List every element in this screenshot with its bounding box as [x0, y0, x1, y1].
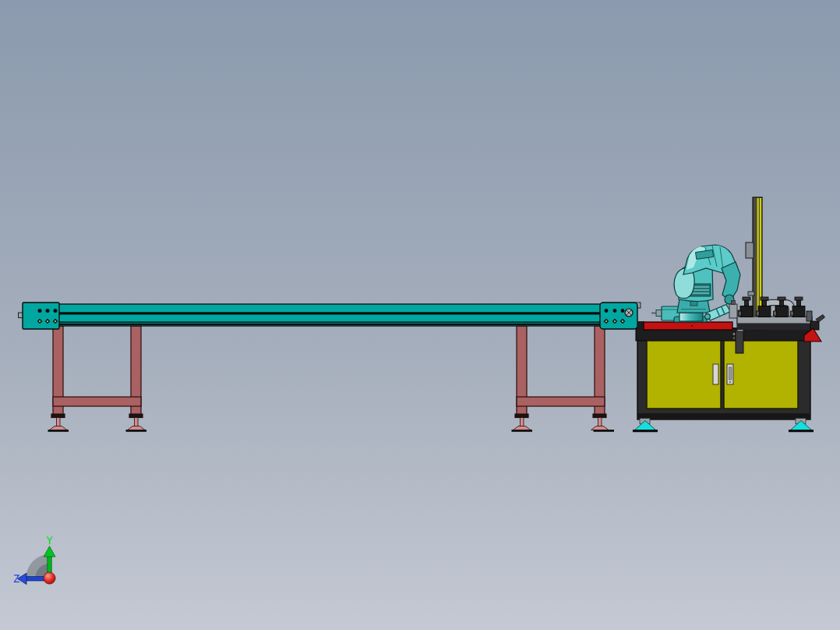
belt-edge-stripe — [55, 312, 604, 314]
door-handle-right[interactable] — [727, 364, 733, 384]
conveyor-beam[interactable] — [55, 304, 604, 326]
y-axis-label: Y — [46, 534, 53, 547]
viewport-canvas[interactable]: Y Z — [0, 0, 840, 630]
table-top-plate[interactable] — [644, 322, 732, 330]
cad-viewport[interactable]: Y Z — [0, 0, 840, 630]
leg-cap — [129, 414, 143, 418]
bolt-diamonds — [604, 319, 626, 324]
leg-crossbar — [517, 397, 605, 406]
belt-edge-stripe — [55, 321, 604, 322]
panel-screw — [733, 337, 735, 338]
column-sensor-box — [746, 242, 754, 258]
drive-shaft-cap — [625, 309, 633, 317]
leg-cap — [593, 414, 606, 418]
belt-edge-stripe — [55, 324, 604, 325]
conveyor-end-plate-right[interactable] — [600, 303, 641, 329]
cabinet-door-left[interactable] — [647, 341, 721, 409]
leg-cap — [515, 414, 528, 418]
rail-base — [737, 324, 812, 330]
conveyor-end-plate-left[interactable] — [19, 303, 60, 329]
cabinet-bottom-band — [637, 413, 810, 419]
z-axis-label: Z — [13, 572, 19, 585]
leg-cap — [51, 414, 65, 418]
panel-screw — [733, 333, 736, 335]
column-bracket — [748, 292, 754, 296]
bolt-holes — [605, 309, 625, 313]
cabinet-door-right[interactable] — [724, 341, 798, 409]
origin-sphere[interactable] — [44, 572, 55, 584]
workstation-cabinet[interactable] — [633, 321, 814, 432]
bolt-diamonds — [37, 319, 58, 324]
door-handle-left[interactable] — [713, 364, 718, 384]
robot-base-cylinder — [679, 313, 703, 321]
rail-hanger — [736, 330, 743, 353]
leg-crossbar — [53, 397, 141, 406]
rail-bar — [737, 317, 812, 324]
bolt-holes — [38, 309, 58, 313]
